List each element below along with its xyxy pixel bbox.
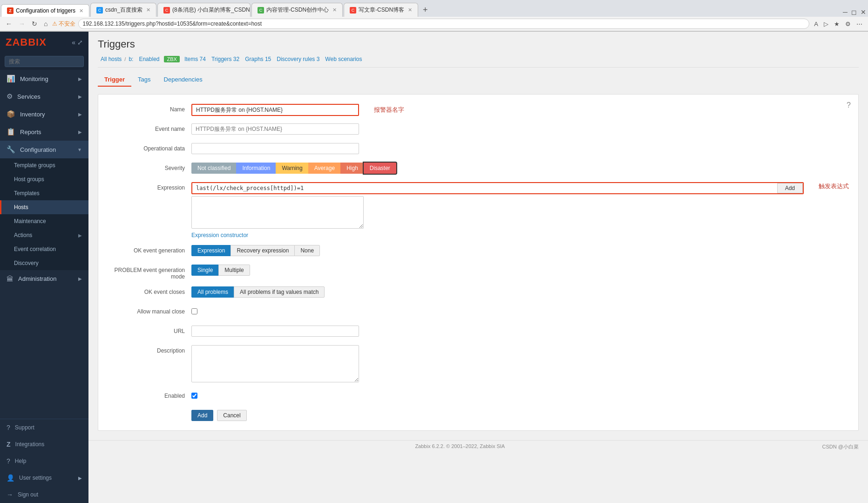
tab-dependencies[interactable]: Dependencies [157, 73, 209, 87]
breadcrumb-web-scenarios[interactable]: Web scenarios [322, 55, 365, 63]
tab-close-1[interactable]: ✕ [79, 8, 83, 14]
help-label: Help [15, 458, 27, 464]
sidebar-footer-integrations[interactable]: Z Integrations [0, 436, 88, 453]
browser-chrome: Z Configuration of triggers ✕ C csdn_百度搜… [0, 0, 868, 32]
url-row: URL [108, 326, 849, 339]
sidebar-item-configuration[interactable]: 🔧 Configuration ▼ [0, 141, 88, 158]
sidebar-sub-item-discovery[interactable]: Discovery [0, 256, 88, 270]
severity-warning[interactable]: Warning [276, 163, 308, 174]
expand-icon[interactable]: ⤢ [77, 39, 83, 46]
breadcrumb-items[interactable]: Items 74 [182, 55, 209, 63]
tab-icon-4: C [258, 7, 264, 14]
expression-constructor-link[interactable]: Expression constructor [191, 232, 248, 238]
browser-tab-5[interactable]: C 写文章-CSDN博客 ✕ [344, 3, 418, 17]
back-button[interactable]: ← [4, 19, 14, 28]
home-button[interactable]: ⌂ [42, 19, 49, 28]
sidebar-footer-help[interactable]: ? Help [0, 453, 88, 469]
sidebar-footer: ? Support Z Integrations ? Help 👤 User s… [0, 419, 88, 503]
browser-tab-3[interactable]: C (8条消息) 小白菜的博客_CSDN... ✕ [157, 3, 251, 17]
sidebar-footer-sign-out[interactable]: → Sign out [0, 486, 88, 503]
problem-event-single-btn[interactable]: Single [191, 265, 219, 276]
expression-textarea[interactable] [191, 196, 364, 229]
collapse-icon[interactable]: « [72, 39, 75, 46]
browser-tab-2[interactable]: C csdn_百度搜索 ✕ [90, 3, 156, 17]
sidebar-sub-item-template-groups[interactable]: Template groups [0, 158, 88, 172]
search-input[interactable] [5, 56, 84, 67]
sidebar-footer-user-settings[interactable]: 👤 User settings ▶ [0, 469, 88, 486]
tab-tags[interactable]: Tags [131, 73, 157, 87]
tab-trigger[interactable]: Trigger [98, 73, 131, 87]
sidebar-sub-item-maintenance[interactable]: Maintenance [0, 214, 88, 228]
sidebar-sub-item-hosts[interactable]: Hosts [0, 200, 88, 214]
description-textarea[interactable] [191, 345, 359, 382]
new-tab-button[interactable]: + [418, 3, 433, 17]
sidebar: ZABBIX « ⤢ 📊 Monitoring ▶ ⚙ Services ▶ 📦… [0, 32, 88, 503]
severity-not-classified[interactable]: Not classified [191, 163, 237, 174]
sidebar-sub-item-event-correlation[interactable]: Event correlation [0, 242, 88, 256]
problem-event-row: PROBLEM event generation mode Single Mul… [108, 265, 849, 280]
tab-title-3: (8条消息) 小白菜的博客_CSDN... [172, 6, 251, 14]
sidebar-sub-item-templates[interactable]: Templates [0, 186, 88, 200]
breadcrumb-zbx[interactable]: ZBX [164, 56, 179, 62]
sidebar-item-services[interactable]: ⚙ Services ▶ [0, 88, 88, 105]
sidebar-item-reports[interactable]: 📋 Reports ▶ [0, 123, 88, 141]
favorites-btn[interactable]: ★ [832, 20, 841, 28]
sidebar-sub-item-actions[interactable]: Actions ▶ [0, 228, 88, 242]
address-input[interactable] [78, 19, 809, 29]
breadcrumb-enabled[interactable]: Enabled [136, 55, 162, 63]
sidebar-footer-support[interactable]: ? Support [0, 419, 88, 436]
url-input[interactable] [191, 326, 359, 337]
minimize-button[interactable]: ─ [841, 7, 849, 17]
operational-data-label: Operational data [108, 143, 191, 152]
form-cancel-button[interactable]: Cancel [217, 410, 246, 421]
extensions-btn[interactable]: ⚙ [843, 20, 853, 28]
integrations-icon: Z [7, 441, 11, 448]
severity-high[interactable]: High [340, 163, 364, 174]
expression-box: Add [191, 182, 804, 194]
ok-closes-all-problems-btn[interactable]: All problems [191, 286, 234, 298]
sidebar-nav: 📊 Monitoring ▶ ⚙ Services ▶ 📦 Inventory … [0, 70, 88, 419]
ok-closes-tag-match-btn[interactable]: All problems if tag values match [234, 286, 325, 298]
form-add-button[interactable]: Add [191, 410, 213, 421]
sidebar-item-monitoring[interactable]: 📊 Monitoring ▶ [0, 70, 88, 88]
tab-close-2[interactable]: ✕ [146, 7, 150, 13]
event-name-control [191, 123, 849, 135]
severity-information[interactable]: Information [236, 163, 276, 174]
tab-close-5[interactable]: ✕ [408, 7, 412, 13]
operational-data-row: Operational data [108, 143, 849, 156]
breadcrumb-discovery[interactable]: Discovery rules 3 [274, 55, 322, 63]
breadcrumb-all-hosts[interactable]: All hosts [98, 55, 124, 63]
tab-close-4[interactable]: ✕ [332, 7, 337, 13]
browser-tab-4[interactable]: C 内容管理-CSDN创作中心 ✕ [251, 3, 343, 17]
operational-data-input[interactable] [191, 143, 359, 154]
breadcrumb-host-link[interactable]: b: [126, 55, 136, 63]
restore-button[interactable]: ◻ [849, 7, 859, 17]
enabled-checkbox[interactable] [191, 393, 197, 399]
close-window-button[interactable]: ✕ [859, 7, 868, 17]
severity-disaster[interactable]: Disaster [364, 163, 396, 174]
breadcrumb-triggers[interactable]: Triggers 32 [209, 55, 242, 63]
reader-btn[interactable]: ▷ [822, 20, 830, 28]
ok-event-none-btn[interactable]: None [294, 245, 320, 256]
sidebar-item-inventory[interactable]: 📦 Inventory ▶ [0, 105, 88, 123]
breadcrumb-graphs[interactable]: Graphs 15 [242, 55, 274, 63]
allow-manual-close-wrapper [191, 306, 849, 314]
expression-add-button[interactable]: Add [777, 183, 803, 193]
event-name-input[interactable] [191, 123, 359, 135]
forward-button[interactable]: → [17, 19, 27, 28]
problem-event-multiple-btn[interactable]: Multiple [218, 265, 250, 276]
reload-button[interactable]: ↻ [30, 19, 39, 28]
more-btn[interactable]: ⋯ [854, 20, 864, 28]
name-input[interactable] [191, 104, 359, 116]
allow-manual-close-checkbox[interactable] [191, 308, 197, 314]
ok-event-recovery-btn[interactable]: Recovery expression [231, 245, 295, 256]
browser-tab-1[interactable]: Z Configuration of triggers ✕ [1, 4, 89, 17]
sidebar-item-administration[interactable]: 🏛 Administration ▶ [0, 270, 88, 287]
severity-average[interactable]: Average [308, 163, 341, 174]
description-label: Description [108, 345, 191, 354]
sidebar-sub-item-host-groups[interactable]: Host groups [0, 172, 88, 186]
enabled-control [191, 390, 849, 399]
expression-input[interactable] [192, 183, 777, 193]
ok-event-expression-btn[interactable]: Expression [191, 245, 231, 256]
translate-btn[interactable]: A [812, 20, 820, 28]
